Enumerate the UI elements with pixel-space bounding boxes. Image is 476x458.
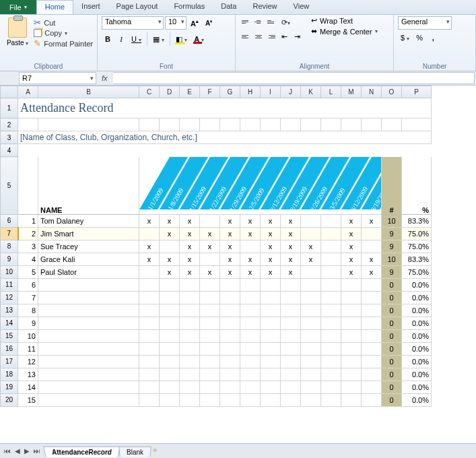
row-header[interactable]: 10 bbox=[1, 265, 18, 278]
attendance-mark[interactable] bbox=[220, 329, 240, 342]
attendance-count[interactable]: 9 bbox=[382, 265, 402, 278]
attendance-mark[interactable] bbox=[240, 240, 261, 253]
cell[interactable] bbox=[38, 119, 139, 131]
cell[interactable] bbox=[261, 119, 281, 131]
attendance-mark[interactable] bbox=[160, 393, 180, 406]
attendance-pct[interactable]: 0.0% bbox=[402, 329, 432, 342]
file-tab[interactable]: File▾ bbox=[0, 0, 36, 14]
attendance-mark[interactable] bbox=[220, 304, 240, 317]
attendance-mark[interactable] bbox=[362, 304, 382, 317]
attendance-mark[interactable] bbox=[261, 304, 281, 317]
attendance-pct[interactable]: 83.3% bbox=[402, 253, 432, 265]
attendance-mark[interactable] bbox=[261, 355, 281, 368]
row-header[interactable]: 14 bbox=[1, 317, 18, 329]
attendance-mark[interactable]: x bbox=[261, 253, 281, 265]
attendance-mark[interactable] bbox=[362, 342, 382, 355]
attendance-mark[interactable] bbox=[261, 329, 281, 342]
attendance-mark[interactable] bbox=[301, 355, 321, 368]
name-box[interactable]: R7 bbox=[19, 72, 96, 84]
attendance-pct[interactable]: 0.0% bbox=[402, 304, 432, 317]
attendance-count[interactable]: 0 bbox=[382, 381, 402, 393]
attendance-mark[interactable] bbox=[281, 393, 301, 406]
row-number[interactable]: 10 bbox=[18, 329, 38, 342]
attendance-mark[interactable] bbox=[180, 304, 200, 317]
sheet-tab[interactable]: Blank bbox=[118, 446, 151, 457]
attendance-mark[interactable] bbox=[180, 393, 200, 406]
attendance-count[interactable]: 10 bbox=[382, 214, 402, 227]
attendance-mark[interactable] bbox=[362, 393, 382, 406]
col-header[interactable]: O bbox=[382, 86, 402, 98]
row-header[interactable]: 2 bbox=[1, 119, 18, 131]
row-number[interactable]: 2 bbox=[18, 227, 38, 240]
attendance-mark[interactable] bbox=[341, 393, 362, 406]
attendance-mark[interactable] bbox=[341, 368, 362, 381]
attendance-mark[interactable]: x bbox=[240, 265, 261, 278]
row-number[interactable]: 11 bbox=[18, 342, 38, 355]
person-name[interactable] bbox=[38, 342, 139, 355]
attendance-mark[interactable] bbox=[240, 368, 261, 381]
attendance-mark[interactable]: x bbox=[341, 240, 362, 253]
cell[interactable] bbox=[261, 144, 281, 157]
attendance-mark[interactable] bbox=[139, 227, 160, 240]
attendance-count[interactable]: 0 bbox=[382, 368, 402, 381]
copy-button[interactable]: Copy ▾ bbox=[34, 29, 93, 37]
person-name[interactable] bbox=[38, 368, 139, 381]
attendance-mark[interactable] bbox=[160, 381, 180, 393]
attendance-pct[interactable]: 75.0% bbox=[402, 265, 432, 278]
attendance-mark[interactable]: x bbox=[160, 253, 180, 265]
attendance-count[interactable]: 9 bbox=[382, 227, 402, 240]
row-number[interactable]: 15 bbox=[18, 393, 38, 406]
cell[interactable] bbox=[341, 144, 362, 157]
cell[interactable] bbox=[301, 119, 321, 131]
fill-color-button[interactable]: ◧ ▾ bbox=[173, 34, 190, 45]
attendance-mark[interactable] bbox=[321, 342, 341, 355]
attendance-mark[interactable] bbox=[240, 355, 261, 368]
font-name-select[interactable]: Tahoma bbox=[102, 16, 164, 30]
row-number[interactable]: 6 bbox=[18, 278, 38, 291]
attendance-mark[interactable] bbox=[301, 227, 321, 240]
attendance-mark[interactable]: x bbox=[261, 240, 281, 253]
attendance-mark[interactable] bbox=[139, 342, 160, 355]
attendance-mark[interactable]: x bbox=[160, 265, 180, 278]
attendance-mark[interactable] bbox=[139, 368, 160, 381]
attendance-mark[interactable] bbox=[321, 214, 341, 227]
attendance-mark[interactable] bbox=[301, 381, 321, 393]
attendance-mark[interactable]: x bbox=[341, 265, 362, 278]
attendance-mark[interactable] bbox=[281, 291, 301, 304]
attendance-mark[interactable]: x bbox=[220, 253, 240, 265]
cell[interactable] bbox=[240, 119, 261, 131]
number-format-select[interactable]: General bbox=[398, 16, 452, 30]
format-painter-button[interactable]: ✎Format Painter bbox=[34, 38, 93, 48]
row-header[interactable]: 3 bbox=[1, 131, 18, 144]
attendance-mark[interactable] bbox=[301, 265, 321, 278]
attendance-mark[interactable] bbox=[240, 381, 261, 393]
row-header[interactable]: 13 bbox=[1, 304, 18, 317]
attendance-mark[interactable]: x bbox=[261, 214, 281, 227]
underline-button[interactable]: U ▾ bbox=[129, 34, 144, 44]
attendance-mark[interactable] bbox=[200, 317, 220, 329]
cell[interactable] bbox=[382, 119, 402, 131]
row-number[interactable]: 7 bbox=[18, 291, 38, 304]
row-number[interactable]: 9 bbox=[18, 317, 38, 329]
attendance-mark[interactable]: x bbox=[180, 265, 200, 278]
attendance-count[interactable]: 0 bbox=[382, 304, 402, 317]
attendance-pct[interactable]: 0.0% bbox=[402, 278, 432, 291]
attendance-mark[interactable] bbox=[240, 329, 261, 342]
attendance-mark[interactable] bbox=[341, 355, 362, 368]
col-header[interactable]: D bbox=[160, 86, 180, 98]
person-name[interactable] bbox=[38, 278, 139, 291]
name-header[interactable]: NAME bbox=[38, 157, 139, 215]
attendance-pct[interactable]: 83.3% bbox=[402, 214, 432, 227]
attendance-mark[interactable] bbox=[240, 278, 261, 291]
attendance-mark[interactable] bbox=[281, 278, 301, 291]
attendance-mark[interactable] bbox=[261, 291, 281, 304]
cell[interactable] bbox=[281, 119, 301, 131]
col-header[interactable]: M bbox=[341, 86, 362, 98]
cell[interactable] bbox=[18, 119, 38, 131]
tab-formulas[interactable]: Formulas bbox=[166, 0, 213, 14]
cell[interactable] bbox=[281, 144, 301, 157]
attendance-mark[interactable]: x bbox=[240, 214, 261, 227]
attendance-pct[interactable]: 0.0% bbox=[402, 317, 432, 329]
sheet-tab-active[interactable]: AttendanceRecord bbox=[43, 446, 120, 457]
attendance-mark[interactable] bbox=[362, 227, 382, 240]
